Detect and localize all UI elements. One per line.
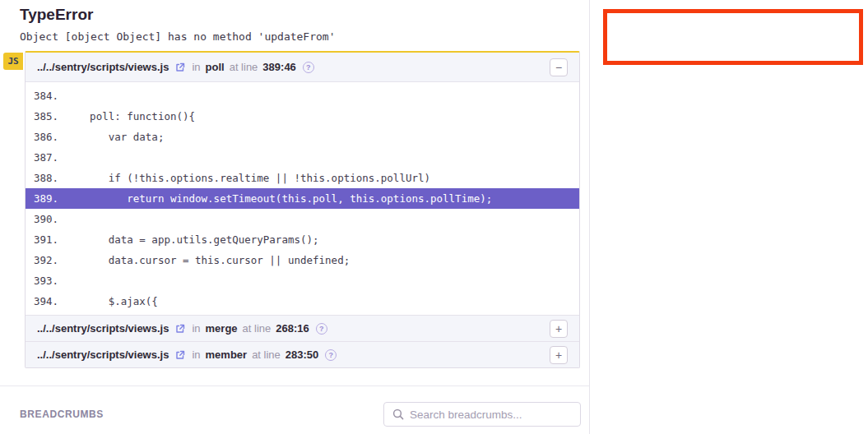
code-text: data = app.utils.getQueryParams();: [65, 233, 319, 246]
search-input[interactable]: [410, 409, 572, 421]
code-line: 391. data = app.utils.getQueryParams();: [26, 229, 579, 250]
stack-frame-header[interactable]: ../../sentry/scripts/views.js in member …: [26, 341, 579, 367]
line-number: 388.: [26, 172, 65, 184]
issue-detail-main: TypeError Object [object Object] has no …: [0, 0, 590, 434]
frame-atline-label: at line: [243, 322, 272, 335]
breadcrumbs-heading: BREADCRUMBS: [20, 409, 104, 420]
line-number: 384.: [26, 90, 65, 102]
line-number: 391.: [26, 233, 65, 246]
code-line: 394. $.ajax({: [26, 291, 579, 312]
external-link-icon[interactable]: [175, 350, 185, 360]
frame-filename: ../../sentry/scripts/views.js: [37, 349, 169, 361]
frame-filename: ../../sentry/scripts/views.js: [37, 61, 169, 73]
code-text: return window.setTimeout(this.poll, this…: [65, 192, 492, 205]
code-list: 384.385. poll: function(){386. var data;…: [26, 82, 579, 315]
frame-atline-label: at line: [252, 349, 281, 361]
issue-sidebar: Linked Issues Link Azure DevOps Issue + …: [590, 0, 868, 434]
search-icon: [392, 409, 404, 420]
code-text: data.cursor = this.cursor || undefined;: [65, 254, 350, 266]
frame-line-number: 268:16: [276, 322, 309, 335]
code-line-highlighted: 389. return window.setTimeout(this.poll,…: [26, 188, 579, 209]
frame-in-label: in: [192, 322, 200, 335]
frame-in-label: in: [192, 61, 200, 73]
frame-atline-label: at line: [230, 61, 258, 73]
code-text: var data;: [65, 131, 164, 143]
line-number: 386.: [26, 131, 65, 143]
collapse-frame-button[interactable]: −: [550, 58, 568, 76]
frame-line-number: 283:50: [285, 349, 318, 361]
code-line: 390.: [26, 209, 579, 229]
line-number: 385.: [26, 110, 65, 122]
frame-function: poll: [206, 61, 225, 73]
help-icon[interactable]: ?: [303, 62, 314, 73]
stack-frame-header[interactable]: ../../sentry/scripts/views.js in merge a…: [26, 315, 579, 341]
line-number: 390.: [26, 213, 65, 225]
frame-function: merge: [206, 322, 238, 335]
code-text: poll: function(){: [65, 110, 195, 122]
page-title: TypeError: [20, 6, 93, 24]
code-text: $.ajax({: [65, 295, 158, 307]
section-divider: [0, 386, 589, 386]
stack-trace-panel: ../../sentry/scripts/views.js in poll at…: [25, 51, 580, 368]
frame-in-label: in: [192, 349, 200, 361]
code-line: 388. if (!this.options.realtime || !this…: [26, 168, 579, 188]
error-message: Object [object Object] has no method 'up…: [20, 30, 336, 43]
code-line: 386. var data;: [26, 127, 579, 147]
frame-filename: ../../sentry/scripts/views.js: [37, 322, 169, 335]
stack-frame-header[interactable]: ../../sentry/scripts/views.js in poll at…: [26, 53, 579, 82]
external-link-icon[interactable]: [175, 62, 185, 72]
external-link-icon[interactable]: [175, 324, 185, 334]
code-line: 393.: [26, 270, 579, 291]
help-icon[interactable]: ?: [316, 323, 327, 335]
line-number: 387.: [26, 151, 65, 164]
breadcrumbs-search[interactable]: [383, 402, 581, 427]
js-platform-badge: JS: [3, 53, 23, 70]
code-line: 385. poll: function(){: [26, 106, 579, 127]
code-text: if (!this.options.realtime || !this.opti…: [65, 172, 430, 184]
expand-frame-button[interactable]: +: [550, 346, 568, 364]
expand-frame-button[interactable]: +: [550, 320, 568, 338]
line-number: 389.: [26, 192, 65, 205]
line-number: 392.: [26, 254, 65, 266]
frame-line-number: 389:46: [262, 61, 295, 73]
code-line: 392. data.cursor = this.cursor || undefi…: [26, 250, 579, 270]
line-number: 394.: [26, 295, 65, 307]
help-icon[interactable]: ?: [325, 349, 337, 361]
code-line: 387.: [26, 147, 579, 168]
frame-function: member: [206, 349, 248, 361]
line-number: 393.: [26, 275, 65, 287]
code-line: 384.: [26, 85, 579, 106]
